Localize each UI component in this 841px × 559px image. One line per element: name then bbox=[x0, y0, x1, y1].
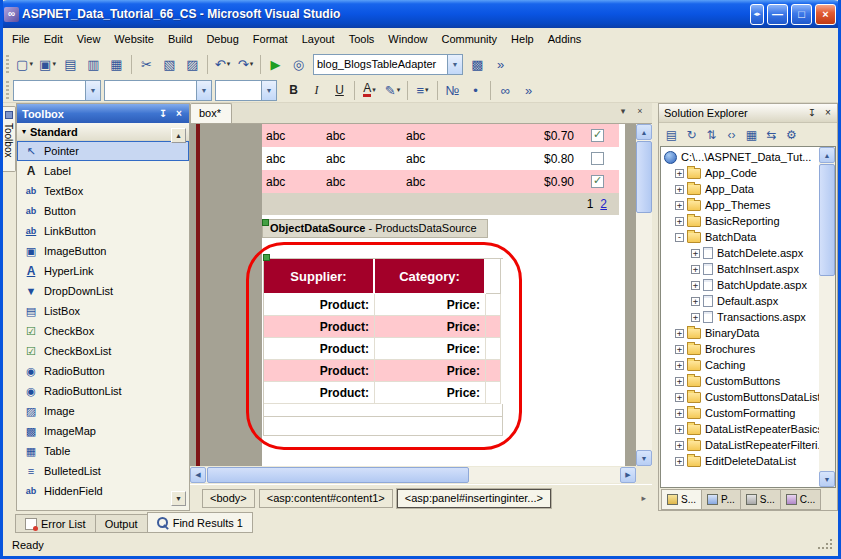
separator[interactable] bbox=[351, 79, 358, 101]
design-surface[interactable]: abc abc abc $0.70 abc abc abc $0.80 bbox=[190, 124, 636, 466]
menu-item[interactable]: Community bbox=[434, 30, 504, 48]
tree-expander-icon[interactable]: + bbox=[691, 281, 700, 290]
font-size-combobox[interactable]: ▼ bbox=[215, 80, 277, 101]
tree-item[interactable]: C:\...\ASPNET_Data_Tut... bbox=[661, 149, 819, 165]
menu-item[interactable]: Edit bbox=[37, 30, 70, 48]
designer-vertical-scrollbar[interactable]: ▲ ▼ bbox=[636, 124, 652, 466]
browse-with-button[interactable]: ◎ bbox=[287, 53, 310, 75]
close-panel-icon[interactable]: × bbox=[172, 107, 186, 121]
tree-expander-icon[interactable]: + bbox=[675, 345, 684, 354]
toolbox-item[interactable]: ab Button bbox=[17, 201, 189, 221]
tree-expander-icon[interactable]: + bbox=[675, 361, 684, 370]
tree-expander-icon[interactable]: + bbox=[675, 185, 684, 194]
tool-window-tab[interactable]: S... bbox=[661, 489, 702, 510]
tree-item[interactable]: + CustomFormatting bbox=[661, 405, 819, 421]
toolbox-scroll-up-button[interactable]: ▲ bbox=[171, 128, 186, 143]
tree-item[interactable]: - BatchData bbox=[661, 229, 819, 245]
maximize-button[interactable]: □ bbox=[791, 4, 812, 25]
active-files-dropdown-icon[interactable]: ▾ bbox=[616, 105, 630, 119]
bulleted-list-button[interactable]: • bbox=[464, 79, 487, 101]
tree-item[interactable]: + Default.aspx bbox=[661, 293, 819, 309]
close-document-icon[interactable]: × bbox=[633, 105, 647, 119]
solution-explorer-header[interactable]: Solution Explorer ↧ × bbox=[659, 104, 837, 123]
target-rule-combobox[interactable]: ▼ bbox=[13, 80, 101, 101]
tree-expander-icon[interactable]: + bbox=[675, 393, 684, 402]
designer-horizontal-scrollbar[interactable]: ◀ ▶ bbox=[190, 467, 652, 483]
close-button[interactable]: × bbox=[815, 4, 836, 25]
tree-item[interactable]: + DataListRepeaterFilteri... bbox=[661, 437, 819, 453]
toolbox-item[interactable]: ab LinkButton bbox=[17, 221, 189, 241]
output-tab[interactable]: Find Results 1 bbox=[147, 512, 253, 533]
tree-expander-icon[interactable]: + bbox=[675, 201, 684, 210]
separator[interactable] bbox=[404, 79, 411, 101]
start-debugging-button[interactable]: ▶ bbox=[264, 53, 287, 75]
tool-window-tab[interactable]: S... bbox=[740, 489, 781, 510]
menu-item[interactable]: Tools bbox=[342, 30, 382, 48]
toolbox-group-header[interactable]: ▾ Standard bbox=[17, 123, 189, 141]
toolbox-item[interactable]: ab HiddenField bbox=[17, 481, 189, 501]
tree-item[interactable]: + App_Data bbox=[661, 181, 819, 197]
tree-item[interactable]: + BatchDelete.aspx bbox=[661, 245, 819, 261]
tree-item[interactable]: + DataListRepeaterBasics bbox=[661, 421, 819, 437]
output-tab[interactable]: Error List bbox=[15, 514, 96, 533]
menu-item[interactable]: Build bbox=[161, 30, 199, 48]
menu-item[interactable]: File bbox=[5, 30, 37, 48]
cut-button[interactable]: ✂ bbox=[135, 53, 158, 75]
bold-button[interactable]: B bbox=[282, 79, 305, 101]
tree-expander-icon[interactable]: + bbox=[675, 169, 684, 178]
tag-navigator-item[interactable]: <asp:content#content1> bbox=[259, 489, 393, 508]
toolbox-item[interactable]: ▦ Table bbox=[17, 441, 189, 461]
row-checkbox[interactable] bbox=[591, 152, 604, 165]
scrollbar-thumb[interactable] bbox=[207, 467, 469, 483]
window-titlebar[interactable]: ∞ ASPNET_Data_Tutorial_66_CS - Microsoft… bbox=[0, 0, 841, 28]
toolbox-item[interactable]: A HyperLink bbox=[17, 261, 189, 281]
tree-item[interactable]: + BatchUpdate.aspx bbox=[661, 277, 819, 293]
tool-window-tab[interactable]: C... bbox=[780, 489, 822, 510]
save-all-button[interactable]: ▦ bbox=[105, 53, 128, 75]
tree-item[interactable]: + CustomButtonsDataList bbox=[661, 389, 819, 405]
tree-expander-icon[interactable]: + bbox=[675, 217, 684, 226]
save-button[interactable]: ▥ bbox=[82, 53, 105, 75]
tree-item[interactable]: + BatchInsert.aspx bbox=[661, 261, 819, 277]
menu-item[interactable]: Debug bbox=[199, 30, 245, 48]
tree-item[interactable]: + Brochures bbox=[661, 341, 819, 357]
highlight-button[interactable]: ✎ ▾ bbox=[381, 79, 404, 101]
auto-hide-pin-icon[interactable]: ↧ bbox=[805, 106, 819, 120]
alignment-button[interactable]: ≡ ▾ bbox=[411, 79, 434, 101]
italic-button[interactable]: I bbox=[305, 79, 328, 101]
auto-hide-pin-icon[interactable]: ↧ bbox=[156, 107, 170, 121]
toolbox-item[interactable]: ▩ ImageMap bbox=[17, 421, 189, 441]
document-tab[interactable]: box* bbox=[190, 103, 232, 123]
tree-expander-icon[interactable]: - bbox=[675, 233, 684, 242]
tree-expander-icon[interactable]: + bbox=[675, 425, 684, 434]
smart-tag-anchor-icon[interactable] bbox=[262, 219, 269, 226]
toolbox-scroll-down-button[interactable]: ▼ bbox=[171, 491, 186, 506]
toolbox-item[interactable]: ▼ DropDownList bbox=[17, 281, 189, 301]
scroll-down-icon[interactable]: ▼ bbox=[636, 450, 652, 466]
tree-item[interactable]: + App_Themes bbox=[661, 197, 819, 213]
scroll-up-icon[interactable]: ▲ bbox=[819, 147, 835, 163]
tag-navigator-item[interactable]: <asp:panel#insertinginter...> bbox=[397, 489, 551, 508]
objectdatasource-control[interactable]: ObjectDataSource - ProductsDataSource bbox=[262, 219, 488, 238]
toolbox-item[interactable]: ↖ Pointer bbox=[17, 141, 189, 161]
toolbox-item[interactable]: ☑ CheckBoxList bbox=[17, 341, 189, 361]
menu-item[interactable]: Window bbox=[381, 30, 434, 48]
tag-navigator-item[interactable]: <body> bbox=[202, 489, 255, 508]
redo-button[interactable]: ↷ ▾ bbox=[234, 53, 257, 75]
toolbox-item[interactable]: ◉ RadioButton bbox=[17, 361, 189, 381]
copy-website-button[interactable]: ⇆ bbox=[762, 125, 781, 144]
tree-expander-icon[interactable]: + bbox=[691, 297, 700, 306]
hyperlink-button[interactable]: ∞ bbox=[494, 79, 517, 101]
scrollbar-thumb[interactable] bbox=[819, 164, 835, 276]
tree-item[interactable]: + CustomButtons bbox=[661, 373, 819, 389]
tree-expander-icon[interactable]: + bbox=[675, 409, 684, 418]
paste-button[interactable]: ▨ bbox=[181, 53, 204, 75]
solution-explorer-scrollbar[interactable]: ▲ ▼ bbox=[819, 147, 835, 487]
separator[interactable] bbox=[128, 53, 135, 75]
combo-dropdown-icon[interactable]: ▼ bbox=[261, 81, 276, 100]
tree-item[interactable]: + App_Code bbox=[661, 165, 819, 181]
tree-item[interactable]: + Caching bbox=[661, 357, 819, 373]
toolbox-item[interactable]: ▣ ImageButton bbox=[17, 241, 189, 261]
menu-item[interactable]: Layout bbox=[295, 30, 342, 48]
row-checkbox[interactable] bbox=[591, 129, 604, 142]
